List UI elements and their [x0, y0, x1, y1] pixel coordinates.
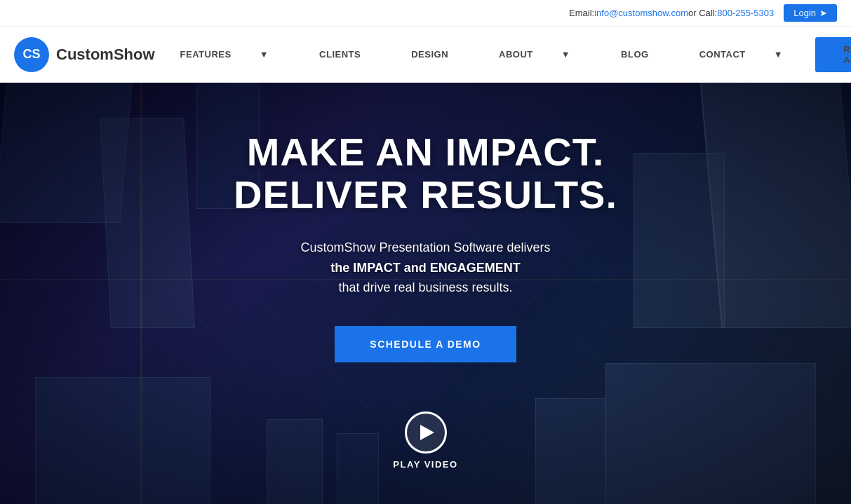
logo-link[interactable]: CS CustomShow — [14, 37, 155, 72]
hero-headline: MAKE AN IMPACT. DELIVER RESULTS. — [159, 130, 692, 217]
logo-text: CustomShow — [56, 46, 155, 64]
email-link[interactable]: info@customshow.com — [594, 8, 688, 18]
contact-caret-icon: ▼ — [761, 27, 796, 83]
phone-link[interactable]: 800-255-5303 — [717, 8, 774, 18]
play-video-label: PLAY VIDEO — [393, 459, 457, 470]
navbar: CS CustomShow FEATURES ▼ CLIENTS DESIGN … — [0, 27, 851, 83]
hero-content: MAKE AN IMPACT. DELIVER RESULTS. CustomS… — [145, 130, 706, 470]
logo-icon: CS — [14, 37, 49, 72]
email-label: Email: — [569, 8, 594, 18]
nav-links: FEATURES ▼ CLIENTS DESIGN ABOUT ▼ BLOG — [155, 27, 851, 83]
nav-item-clients[interactable]: CLIENTS — [294, 27, 386, 83]
top-bar: Email: info@customshow.com or Call: 800-… — [0, 0, 851, 27]
hero-section: MAKE AN IMPACT. DELIVER RESULTS. CustomS… — [0, 83, 851, 504]
schedule-demo-button[interactable]: SCHEDULE A DEMO — [335, 326, 516, 362]
play-circle-icon — [405, 411, 447, 454]
nav-item-contact[interactable]: CONTACT ▼ — [674, 27, 808, 83]
nav-item-blog[interactable]: BLOG — [596, 27, 674, 83]
nav-item-request-demo[interactable]: REQUEST A DEMO — [808, 37, 851, 72]
about-caret-icon: ▼ — [549, 27, 583, 83]
login-arrow-icon: ➤ — [819, 8, 827, 18]
hero-subtext: CustomShow Presentation Software deliver… — [159, 238, 692, 298]
nav-item-about[interactable]: ABOUT ▼ — [474, 27, 596, 83]
features-caret-icon: ▼ — [247, 27, 281, 83]
nav-item-design[interactable]: DESIGN — [386, 27, 474, 83]
login-button[interactable]: Login ➤ — [784, 4, 837, 22]
or-call-text: or Call: — [688, 8, 717, 18]
play-video-button[interactable]: PLAY VIDEO — [159, 411, 692, 470]
nav-item-features[interactable]: FEATURES ▼ — [155, 27, 294, 83]
play-triangle-icon — [420, 425, 434, 440]
